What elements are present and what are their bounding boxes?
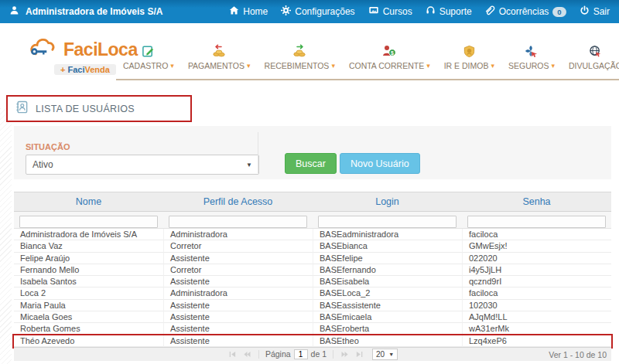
filter-perfil-input[interactable] <box>169 216 307 228</box>
pager-divider <box>333 350 333 359</box>
situacao-label: SITUAÇÃO <box>26 142 70 151</box>
cell-senha: faciloca <box>462 229 611 240</box>
cell-senha: faciloca <box>462 287 611 299</box>
cell-nome: Isabela Santos <box>14 276 163 287</box>
nav-item-pagamentos[interactable]: PAGAMENTOS▾ <box>181 43 258 70</box>
paperclip-icon <box>485 5 495 18</box>
filter-divider <box>258 132 258 173</box>
ir-dimob-icon <box>463 43 476 59</box>
column-header-perfil[interactable]: Perfil de Acesso <box>163 192 313 211</box>
table-row[interactable]: Théo Azevedo Assistente BASEtheo Lzq4xeP… <box>14 335 611 347</box>
topbar-menu: Home Configurações Cursos Suporte Ocorrê… <box>229 5 619 18</box>
cell-perfil: Assistente <box>163 300 313 311</box>
page-size-select[interactable]: 20 ▼ <box>372 349 398 360</box>
novo-usuario-button[interactable]: Novo Usuário <box>340 153 420 174</box>
situacao-select[interactable]: Ativo ▼ <box>26 155 259 175</box>
filter-nome-input[interactable] <box>19 216 158 228</box>
cell-senha: AJqMd!LL <box>462 311 611 323</box>
screen-icon <box>368 5 379 18</box>
cell-senha: 022020 <box>462 253 611 264</box>
nav-item-recebimentos[interactable]: RECEBIMENTOS▾ <box>258 43 342 70</box>
situacao-selected-value: Ativo <box>32 159 53 170</box>
topbar-item-sair[interactable]: Sair <box>580 5 610 18</box>
cell-perfil: Administradora <box>163 229 313 240</box>
cell-nome: Fernando Mello <box>14 264 163 276</box>
nav-item-ir-e-dimob[interactable]: IR E DIMOB▾ <box>437 43 501 70</box>
table-row[interactable]: Isabela Santos Assistente BASEisabela qc… <box>14 276 611 287</box>
table-row[interactable]: Bianca Vaz Corretor BASEbianca GMwEsjx! <box>14 240 611 252</box>
nav-item-divulgacao[interactable]: DIVULGAÇÃO <box>562 43 619 70</box>
table-row[interactable]: Loca 2 Administradora BASELoca_2 faciloc… <box>14 287 611 299</box>
chevron-down-icon: ▾ <box>247 62 251 70</box>
chevron-down-icon: ▾ <box>551 62 555 70</box>
cell-login: BASEtheo <box>313 335 462 347</box>
facivenda-badge: + FaciVenda <box>54 64 116 75</box>
cell-login: BASELoca_2 <box>313 287 462 299</box>
cell-senha: wA31erMk <box>462 323 611 335</box>
filter-login-input[interactable] <box>318 216 457 228</box>
first-page-button[interactable] <box>227 349 238 359</box>
nav-item-cadastro[interactable]: CADASTRO▾ <box>116 43 181 70</box>
left-stripe-decoration <box>0 108 12 364</box>
table-row[interactable]: Micaela Goes Assistente BASEmicaela AJqM… <box>14 311 611 323</box>
cell-login: BASEassistente <box>313 300 462 311</box>
pagina-label: Página <box>265 349 291 359</box>
cell-senha: qcznd9rI <box>462 276 611 287</box>
headset-icon <box>426 5 436 18</box>
chevron-down-icon: ▾ <box>331 62 335 70</box>
cell-nome: Micaela Goes <box>14 311 163 323</box>
last-page-button[interactable] <box>354 349 364 359</box>
divulgacao-icon <box>589 43 602 59</box>
cell-senha: GMwEsjx! <box>462 240 611 252</box>
topbar-item-cursos[interactable]: Cursos <box>368 5 412 18</box>
nav-item-conta-corrente[interactable]: $ CONTA CORRENTE▾ <box>342 43 437 70</box>
select-caret-icon: ▼ <box>246 162 252 168</box>
table-body: Administradora de Imóveis S/A Administra… <box>14 229 611 347</box>
table-filter-row <box>14 212 611 229</box>
table-row[interactable]: Maria Paula Assistente BASEassistente 10… <box>14 300 611 311</box>
cell-login: BASEroberta <box>313 323 462 335</box>
table-row[interactable]: Administradora de Imóveis S/A Administra… <box>14 229 611 240</box>
topbar-account[interactable]: Administradora de Imóveis S/A <box>0 5 162 18</box>
cell-perfil: Assistente <box>163 276 313 287</box>
column-header-login[interactable]: Login <box>313 192 462 211</box>
cadastro-icon <box>142 43 155 59</box>
user-list-icon <box>15 100 29 117</box>
column-header-senha[interactable]: Senha <box>462 192 611 211</box>
topbar-item-configuracoes[interactable]: Configurações <box>281 5 354 18</box>
prev-page-button[interactable] <box>241 349 252 359</box>
cell-perfil: Corretor <box>163 264 313 276</box>
cell-login: BASEisabela <box>313 276 462 287</box>
content-area: LISTA DE USUÁRIOS SITUAÇÃO Ativo ▼ Busca… <box>0 87 619 364</box>
topbar-item-suporte[interactable]: Suporte <box>426 5 472 18</box>
next-page-button[interactable] <box>340 349 351 359</box>
page-of-label: de 1 <box>311 349 327 359</box>
page-title-box: LISTA DE USUÁRIOS <box>6 95 192 122</box>
topbar-item-ocorrencias[interactable]: Ocorrências 0 <box>485 5 566 18</box>
column-header-nome[interactable]: Nome <box>14 192 163 211</box>
cell-nome: Roberta Gomes <box>14 323 163 335</box>
company-name: Administradora de Imóveis S/A <box>26 6 162 17</box>
buscar-button[interactable]: Buscar <box>285 153 337 174</box>
seguros-icon <box>525 43 538 59</box>
cell-perfil: Assistente <box>163 253 313 264</box>
app-window: Administradora de Imóveis S/A Home Confi… <box>0 0 619 364</box>
cell-login: BASEfernando <box>313 264 462 276</box>
page-title: LISTA DE USUÁRIOS <box>36 104 135 114</box>
topbar-item-home[interactable]: Home <box>229 5 268 18</box>
page-number-input[interactable] <box>294 349 308 359</box>
nav-item-seguros[interactable]: SEGUROS▾ <box>501 43 562 70</box>
filter-senha-input[interactable] <box>467 216 606 228</box>
table-row[interactable]: Fernando Mello Corretor BASEfernando i4y… <box>14 264 611 276</box>
select-caret-icon: ▼ <box>388 352 394 357</box>
filter-panel: SITUAÇÃO Ativo ▼ Buscar Novo Usuário <box>14 126 611 179</box>
cell-perfil: Assistente <box>163 335 313 347</box>
ocorrencias-count-badge: 0 <box>552 7 566 17</box>
table-row[interactable]: Felipe Araújo Assistente BASEfelipe 0220… <box>14 253 611 264</box>
record-range-label: Ver 1 - 10 de 10 <box>549 350 607 359</box>
cell-login: BASEadministradora <box>313 229 462 240</box>
table-row[interactable]: Roberta Gomes Assistente BASEroberta wA3… <box>14 323 611 335</box>
cell-perfil: Assistente <box>163 311 313 323</box>
cell-login: BASEbianca <box>313 240 462 252</box>
cell-nome: Bianca Vaz <box>14 240 163 252</box>
